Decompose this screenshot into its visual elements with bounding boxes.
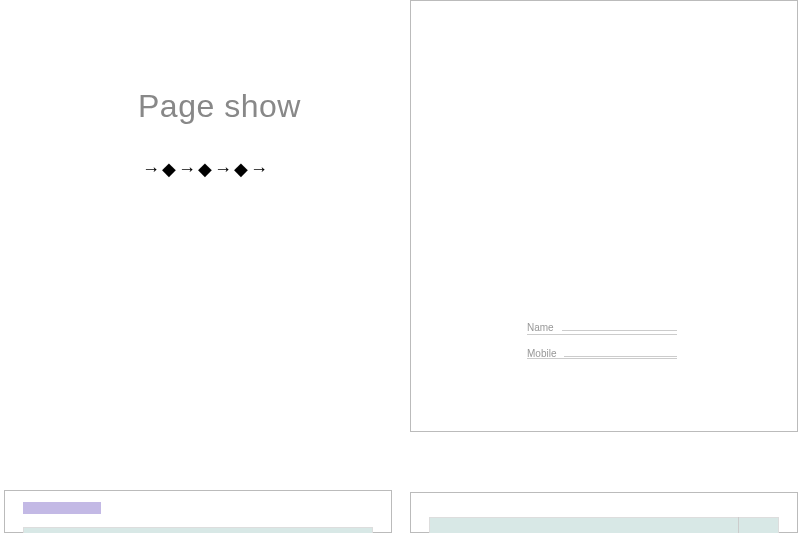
name-input-line <box>562 321 677 331</box>
mobile-input-line <box>564 347 677 357</box>
diamond-icon: ◆ <box>234 160 248 178</box>
page-thumbnail-3[interactable] <box>410 492 798 533</box>
table-header-row <box>429 517 779 533</box>
heading-highlight <box>23 502 101 514</box>
title-area: Page show <box>138 88 301 125</box>
arrow-icon: → <box>214 160 232 178</box>
ornament-divider: → ◆ → ◆ → ◆ → <box>142 160 268 178</box>
form-row-name: Name <box>527 321 677 335</box>
arrow-icon: → <box>142 160 160 178</box>
name-label: Name <box>527 322 554 333</box>
diamond-icon: ◆ <box>198 160 212 178</box>
arrow-icon: → <box>250 160 268 178</box>
arrow-icon: → <box>178 160 196 178</box>
form-area: Name Mobile <box>527 321 677 373</box>
page-thumbnail-2[interactable] <box>4 490 392 533</box>
page-thumbnail-1[interactable]: Name Mobile <box>410 0 798 432</box>
table-column-divider <box>738 517 739 533</box>
page-title: Page show <box>138 88 301 125</box>
diamond-icon: ◆ <box>162 160 176 178</box>
divider-line <box>527 358 677 359</box>
table-header-row <box>23 527 373 533</box>
divider-line <box>527 334 677 335</box>
